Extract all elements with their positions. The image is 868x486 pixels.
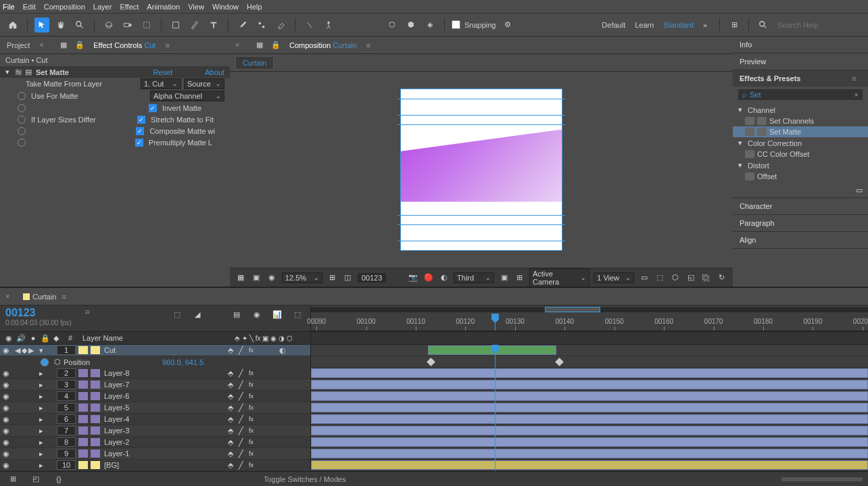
col-solo-icon[interactable]: ● xyxy=(27,334,39,342)
panel-info[interactable]: Info xyxy=(733,37,868,53)
layer-color-swatch[interactable] xyxy=(78,381,88,389)
camera-tool-icon[interactable] xyxy=(120,18,135,32)
orbit-tool-icon[interactable] xyxy=(101,18,116,32)
twirl-icon[interactable]: ▸ xyxy=(37,404,46,412)
layer-color-swatch[interactable] xyxy=(78,427,88,435)
layer-switches[interactable]: ⬘╱fx xyxy=(222,461,310,470)
workspace-overflow-icon[interactable]: » xyxy=(698,18,713,32)
twirl-icon[interactable]: ▸ xyxy=(37,461,46,470)
playhead[interactable] xyxy=(495,314,496,331)
visibility-toggle-icon[interactable]: ◉ xyxy=(0,381,12,389)
panel-paragraph[interactable]: Paragraph xyxy=(733,215,868,231)
visibility-toggle-icon[interactable]: ◉ xyxy=(0,415,12,424)
workspace-learn[interactable]: Learn xyxy=(635,21,654,29)
stopwatch-icon[interactable] xyxy=(18,104,26,112)
stopwatch-icon[interactable] xyxy=(41,358,49,366)
workspace-reset-icon[interactable]: ⊞ xyxy=(727,18,742,32)
timeline-track[interactable] xyxy=(311,448,868,460)
timeline-track[interactable] xyxy=(311,356,868,368)
close-icon[interactable]: × xyxy=(5,292,15,301)
layer-bar[interactable] xyxy=(311,368,868,378)
snapping-checkbox[interactable] xyxy=(452,20,460,29)
timecode-display[interactable]: 00123 xyxy=(5,307,72,319)
preset-offset[interactable]: Offset xyxy=(733,171,868,182)
puppet-tool-icon[interactable] xyxy=(321,18,336,32)
layer-switches[interactable]: ⬘╱fx xyxy=(222,449,310,458)
layer-color-swatch[interactable] xyxy=(78,346,88,354)
twirl-icon[interactable]: ▸ xyxy=(37,449,46,458)
menu-layer[interactable]: Layer xyxy=(93,3,112,11)
frame-blend-icon[interactable]: ▤ xyxy=(229,307,244,322)
world-axis-icon[interactable]: ⬢ xyxy=(404,18,418,32)
channel-icon[interactable]: 🔴 xyxy=(423,272,434,284)
preset-cc-color-offset[interactable]: CC Color Offset xyxy=(733,149,868,160)
layer-switches[interactable]: ⬘╱fx xyxy=(222,415,310,424)
param-invert-checkbox[interactable] xyxy=(149,104,157,112)
comp-mini-icon[interactable]: ⬚ xyxy=(170,307,185,322)
visibility-toggle-icon[interactable]: ◉ xyxy=(0,461,12,470)
menu-window[interactable]: Window xyxy=(212,3,239,11)
layer-switches[interactable]: ⬘╱fx xyxy=(222,369,310,378)
lock-icon[interactable]: 🔒 xyxy=(76,38,84,53)
layer-bar[interactable] xyxy=(311,426,868,435)
brush-tool-icon[interactable] xyxy=(235,18,250,32)
preset-cat-distort[interactable]: ▾Distort xyxy=(733,160,868,171)
close-icon[interactable]: × xyxy=(39,41,49,50)
hand-tool-icon[interactable] xyxy=(53,18,68,32)
clear-search-icon[interactable]: × xyxy=(854,91,859,99)
pan-behind-tool-icon[interactable] xyxy=(139,18,154,32)
layer-bar[interactable] xyxy=(311,391,868,401)
layer-name[interactable]: Layer-2 xyxy=(101,438,222,446)
roto-tool-icon[interactable] xyxy=(302,18,317,32)
panel-menu-icon[interactable]: ≡ xyxy=(165,41,174,49)
effect-enable-icon[interactable]: ▤ xyxy=(25,68,33,76)
layer-switches[interactable]: ⬘╱fx xyxy=(222,381,310,389)
property-row[interactable]: ⬡ Position960.0, 641.5 xyxy=(0,356,310,368)
effect-reset[interactable]: Reset xyxy=(153,68,173,76)
menu-composition[interactable]: Composition xyxy=(44,3,85,11)
timeline-track[interactable] xyxy=(311,437,868,448)
eraser-tool-icon[interactable] xyxy=(273,18,288,32)
toggle-switches-icon[interactable]: ⊞ xyxy=(5,472,20,487)
resolution-dropdown[interactable]: Third xyxy=(454,272,494,283)
stopwatch-icon[interactable] xyxy=(18,127,26,135)
col-audio-icon[interactable]: 🔊 xyxy=(15,334,27,343)
rectangle-tool-icon[interactable] xyxy=(168,18,183,32)
stopwatch-icon[interactable] xyxy=(18,116,26,124)
snapshot-icon[interactable]: 📷 xyxy=(407,272,418,284)
next-kf-icon[interactable]: ▶ xyxy=(28,346,34,355)
param-take-matte-source[interactable]: Source xyxy=(184,78,224,89)
home-icon[interactable] xyxy=(5,18,20,32)
timeline-track[interactable] xyxy=(311,345,868,356)
stopwatch-icon[interactable] xyxy=(18,139,26,147)
close-icon[interactable]: × xyxy=(235,41,245,50)
layer-name[interactable]: Cut xyxy=(101,346,222,354)
col-label-icon[interactable]: ◆ xyxy=(51,334,61,343)
layer-row[interactable]: ◉▸6Layer-4⬘╱fx xyxy=(0,414,310,425)
param-use-for-dropdown[interactable]: Alpha Channel xyxy=(150,91,224,101)
layer-name[interactable]: Layer-6 xyxy=(101,392,222,400)
kf-nav-icon[interactable]: ⬡ xyxy=(54,358,61,366)
col-switches[interactable]: ⬘ ✦ ╲ fx ▣ ◉ ◑ ⬡ xyxy=(220,335,308,342)
menu-effect[interactable]: Effect xyxy=(120,3,139,11)
motion-blur-icon[interactable]: ◉ xyxy=(249,307,264,322)
comp-subtab[interactable]: Curtain xyxy=(235,56,274,70)
timeline-track[interactable] xyxy=(311,379,868,391)
layer-bar[interactable] xyxy=(311,460,868,470)
layer-name[interactable]: Layer-4 xyxy=(101,415,222,423)
renderer-icon[interactable]: ⬡ xyxy=(669,272,681,284)
param-composite-checkbox[interactable] xyxy=(136,127,144,135)
timeline-track[interactable] xyxy=(311,414,868,425)
playhead-line[interactable] xyxy=(495,345,496,471)
panel-character[interactable]: Character xyxy=(733,198,868,214)
tab-project[interactable]: Project xyxy=(5,39,31,52)
twirl-icon[interactable]: ▾ xyxy=(5,68,12,76)
brackets-icon[interactable]: {} xyxy=(51,472,66,487)
tab-composition[interactable]: Composition Curtain xyxy=(288,39,358,52)
layer-color-swatch[interactable] xyxy=(78,438,88,446)
timeline-track[interactable] xyxy=(311,425,868,437)
param-stretch-checkbox[interactable] xyxy=(137,116,145,124)
preset-cat-channel[interactable]: ▾Channel xyxy=(733,104,868,116)
text-tool-icon[interactable] xyxy=(206,18,221,32)
pixel-aspect-icon[interactable]: ▭ xyxy=(638,272,650,284)
